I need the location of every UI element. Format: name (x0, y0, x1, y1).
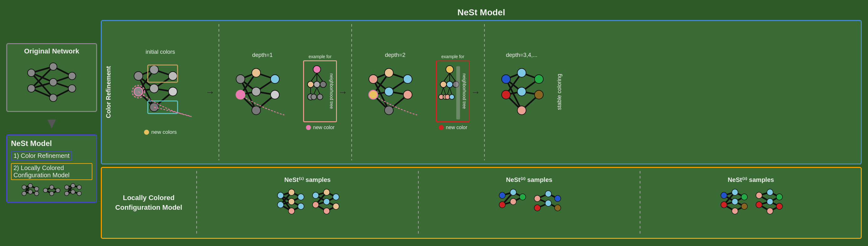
nest-sample-1-title: NeSt⁽¹⁾ samples (284, 176, 331, 183)
svg-point-98 (311, 94, 317, 100)
stage-initial-title: initial colors (146, 49, 175, 55)
svg-point-43 (64, 185, 69, 189)
svg-point-163 (277, 202, 284, 208)
svg-point-165 (288, 199, 294, 205)
svg-point-66 (168, 87, 177, 96)
svg-point-166 (288, 208, 294, 214)
svg-point-232 (767, 189, 773, 196)
svg-point-84 (252, 106, 260, 115)
svg-point-201 (534, 205, 540, 211)
left-panel: Original Network (6, 43, 97, 203)
nest-sample-2: NeSt⁽²⁾ samples (423, 176, 636, 230)
svg-point-123 (446, 81, 453, 87)
nest2-graph-1 (496, 186, 527, 230)
svg-point-221 (741, 203, 747, 209)
svg-point-44 (64, 191, 69, 196)
divider-2 (351, 24, 352, 160)
example-box-depth1: neighborhood tree (303, 60, 337, 122)
example-for-label-1: example for (308, 54, 331, 59)
svg-point-60 (134, 72, 143, 80)
new-color-label-1: new color (313, 125, 334, 130)
nest1-graph-2 (309, 186, 341, 230)
svg-point-47 (77, 185, 82, 189)
svg-point-11 (28, 85, 35, 92)
svg-line-129 (447, 87, 450, 95)
svg-point-82 (252, 68, 260, 77)
svg-point-93 (320, 81, 326, 87)
small-graph-3 (64, 182, 82, 198)
svg-point-145 (502, 75, 510, 83)
example-depth1-container: example for (303, 54, 337, 130)
svg-point-23 (22, 185, 26, 189)
svg-point-182 (323, 208, 330, 214)
neighborhood-tree-2 (439, 63, 461, 119)
main-container: Original Network (0, 0, 868, 246)
svg-point-202 (545, 191, 551, 197)
divider-1 (219, 24, 219, 160)
svg-point-147 (517, 68, 526, 77)
color-refinement-label: 1) Color Refinement (11, 151, 72, 161)
new-color-indicator-1: new color (306, 125, 334, 130)
svg-point-63 (150, 84, 158, 93)
svg-line-90 (317, 73, 323, 82)
depth3-graph (490, 60, 553, 132)
svg-point-191 (499, 202, 505, 208)
svg-point-234 (767, 208, 773, 214)
svg-point-48 (77, 191, 82, 196)
svg-point-216 (721, 202, 727, 208)
right-panel: NeSt Model Color Refinement initial colo… (101, 7, 862, 239)
svg-point-134 (439, 125, 444, 130)
new-color-label-2: new color (446, 125, 467, 130)
svg-point-87 (313, 66, 321, 73)
depth1-graph (225, 60, 300, 132)
example-box-depth2: neighborhood tree (436, 60, 470, 122)
svg-point-14 (50, 94, 57, 102)
svg-point-204 (555, 196, 561, 202)
stable-coloring-label: stable coloring (556, 74, 563, 110)
svg-point-168 (298, 203, 304, 209)
nest-sample-3: NeSt⁽³⁾ samples (644, 176, 858, 230)
svg-point-80 (236, 75, 245, 83)
svg-point-25 (28, 183, 33, 188)
svg-line-88 (311, 73, 317, 82)
nest3-graph-2 (753, 186, 784, 230)
svg-point-65 (168, 72, 177, 80)
svg-point-150 (534, 75, 543, 83)
svg-point-34 (50, 185, 54, 189)
svg-point-10 (28, 69, 35, 77)
svg-point-85 (271, 75, 279, 83)
svg-point-35 (50, 191, 54, 196)
svg-point-194 (520, 194, 526, 200)
original-network-title: Original Network (10, 47, 93, 55)
divider-bottom-2 (418, 171, 418, 235)
svg-point-16 (68, 85, 76, 92)
svg-point-148 (517, 87, 526, 96)
svg-point-233 (767, 199, 773, 205)
svg-point-231 (756, 202, 762, 208)
svg-point-118 (446, 66, 454, 73)
color-refinement-vertical-label: Color Refinement (105, 24, 112, 160)
svg-point-26 (28, 190, 33, 194)
nest-sample-1-graphs (274, 186, 341, 230)
svg-point-151 (534, 90, 543, 99)
small-graphs-row (11, 182, 92, 198)
svg-point-45 (71, 183, 75, 188)
example-for-label-2: example for (441, 54, 464, 59)
svg-line-130 (450, 87, 452, 95)
arrow-1: → (206, 87, 215, 98)
svg-point-178 (312, 192, 319, 199)
original-network-box: Original Network (6, 43, 97, 112)
svg-point-86 (271, 90, 279, 99)
nest-sample-3-graphs (718, 186, 784, 230)
svg-point-149 (517, 106, 526, 115)
svg-line-125 (441, 87, 443, 95)
svg-point-164 (288, 189, 294, 196)
svg-point-190 (499, 192, 505, 199)
divider-bottom-3 (640, 171, 640, 235)
svg-line-119 (443, 73, 450, 82)
svg-point-33 (43, 188, 48, 192)
stage-depth2: depth=2 (354, 52, 436, 132)
svg-point-179 (312, 202, 319, 208)
svg-point-183 (333, 194, 339, 200)
new-color-indicator-2: new color (438, 125, 467, 130)
